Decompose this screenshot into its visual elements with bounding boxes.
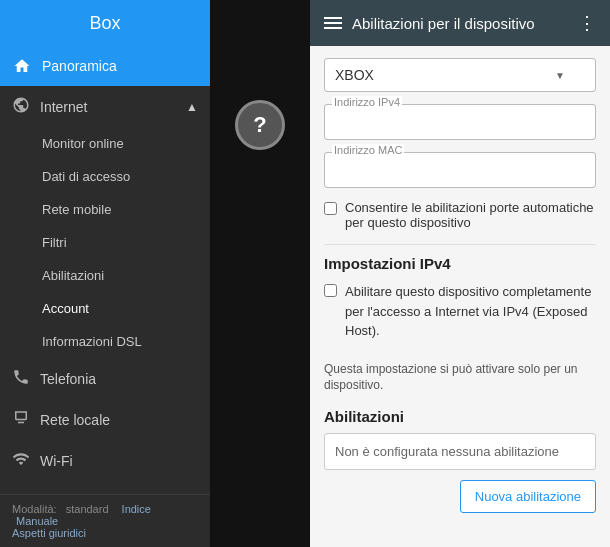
account-label: Account	[42, 301, 89, 316]
exposed-host-checkbox-row: Abilitare questo dispositivo completamen…	[324, 282, 596, 347]
hamburger-menu-icon[interactable]	[324, 17, 342, 29]
info-dsl-label: Informazioni DSL	[42, 334, 142, 349]
sidebar-item-dati-accesso[interactable]: Dati di accesso	[0, 160, 210, 193]
telefonia-label: Telefonia	[40, 371, 198, 387]
rete-mobile-label: Rete mobile	[42, 202, 111, 217]
sidebar-item-account[interactable]: Account	[0, 292, 210, 325]
globe-icon	[12, 96, 30, 117]
rete-locale-label: Rete locale	[40, 412, 198, 428]
device-dropdown[interactable]: XBOX ▼	[324, 58, 596, 92]
sidebar: Box Panoramica Internet ▲ Monitor online	[0, 0, 210, 547]
right-panel: Abilitazioni per il dispositivo ⋮ XBOX ▼…	[310, 0, 610, 547]
sidebar-title: Box	[89, 13, 120, 34]
monitor-online-label: Monitor online	[42, 136, 124, 151]
abilitazioni-label: Abilitazioni	[42, 268, 104, 283]
sidebar-item-telefonia[interactable]: Telefonia	[0, 358, 210, 399]
device-dropdown-row: XBOX ▼	[324, 58, 596, 92]
mac-label: Indirizzo MAC	[332, 144, 404, 156]
panoramica-label: Panoramica	[42, 58, 117, 74]
ipv4-section-title: Impostazioni IPv4	[324, 255, 596, 272]
footer-modalita: Modalità: standard Indice Manuale	[12, 503, 198, 527]
chevron-up-icon: ▲	[186, 100, 198, 114]
auto-ports-checkbox[interactable]	[324, 202, 337, 215]
sidebar-item-wifi[interactable]: Wi-Fi	[0, 440, 210, 481]
exposed-host-text: Abilitare questo dispositivo completamen…	[345, 282, 596, 347]
home-icon	[12, 56, 32, 76]
right-panel-title: Abilitazioni per il dispositivo	[352, 15, 568, 32]
sidebar-footer: Modalità: standard Indice Manuale Aspett…	[0, 494, 210, 547]
sidebar-item-panoramica[interactable]: Panoramica	[0, 46, 210, 86]
modalita-label: Modalità:	[12, 503, 57, 515]
device-dropdown-value: XBOX	[335, 67, 374, 83]
sidebar-item-rete-mobile[interactable]: Rete mobile	[0, 193, 210, 226]
sidebar-nav: Panoramica Internet ▲ Monitor online Dat…	[0, 46, 210, 494]
sidebar-item-abilitazioni[interactable]: Abilitazioni	[0, 259, 210, 292]
sidebar-item-internet[interactable]: Internet ▲	[0, 86, 210, 127]
right-header: Abilitazioni per il dispositivo ⋮	[310, 0, 610, 46]
abilitazioni-section-title: Abilitazioni	[324, 408, 596, 425]
ipv4-label: Indirizzo IPv4	[332, 96, 402, 108]
help-button[interactable]: ?	[235, 100, 285, 150]
mac-input-group: Indirizzo MAC	[324, 152, 596, 188]
wifi-icon	[12, 450, 30, 471]
wifi-label: Wi-Fi	[40, 453, 198, 469]
indice-link[interactable]: Indice	[122, 503, 151, 515]
sidebar-item-monitor-online[interactable]: Monitor online	[0, 127, 210, 160]
auto-ports-label: Consentire le abilitazioni porte automat…	[345, 200, 596, 230]
auto-ports-checkbox-row: Consentire le abilitazioni porte automat…	[324, 200, 596, 230]
phone-icon	[12, 368, 30, 389]
exposed-host-checkbox[interactable]	[324, 284, 337, 297]
nuova-abilitazione-button[interactable]: Nuova abilitazione	[460, 480, 596, 513]
dropdown-arrow-icon: ▼	[555, 70, 565, 81]
abilitazioni-section: Abilitazioni Non è configurata nessuna a…	[324, 408, 596, 513]
sidebar-item-rete-locale[interactable]: Rete locale	[0, 399, 210, 440]
dati-accesso-label: Dati di accesso	[42, 169, 130, 184]
middle-overlay: ?	[210, 0, 310, 547]
modalita-value: standard	[66, 503, 109, 515]
ipv4-input[interactable]	[324, 104, 596, 140]
internet-label: Internet	[40, 99, 176, 115]
sidebar-header: Box	[0, 0, 210, 46]
ipv4-input-group: Indirizzo IPv4	[324, 104, 596, 140]
right-content: XBOX ▼ Indirizzo IPv4 Indirizzo MAC Cons…	[310, 46, 610, 547]
exposed-host-info: Questa impostazione si può attivare solo…	[324, 361, 596, 395]
abilitazioni-empty-label: Non è configurata nessuna abilitazione	[324, 433, 596, 470]
exposed-host-label: Abilitare questo dispositivo completamen…	[345, 282, 596, 341]
network-icon	[12, 409, 30, 430]
sidebar-item-info-dsl[interactable]: Informazioni DSL	[0, 325, 210, 358]
divider-1	[324, 244, 596, 245]
button-row: Nuova abilitazione	[324, 480, 596, 513]
aspetti-link[interactable]: Aspetti giuridici	[12, 527, 86, 539]
sidebar-item-filtri[interactable]: Filtri	[0, 226, 210, 259]
filtri-label: Filtri	[42, 235, 67, 250]
mac-input[interactable]	[324, 152, 596, 188]
manuale-link[interactable]: Manuale	[16, 515, 58, 527]
more-options-icon[interactable]: ⋮	[578, 12, 596, 34]
